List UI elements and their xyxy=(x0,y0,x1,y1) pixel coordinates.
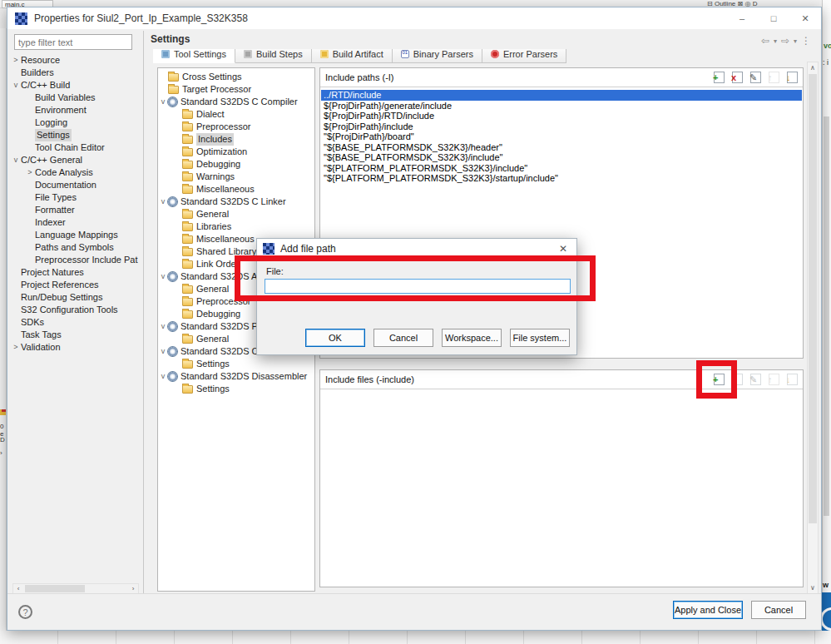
tool-tree-item[interactable]: Includes xyxy=(158,133,314,146)
file-path-input[interactable] xyxy=(265,279,571,294)
sidebar-item[interactable]: Language Mappings xyxy=(11,229,142,241)
include-path-row[interactable]: "${BASE_PLATFORMSDK_S32K3}/include" xyxy=(321,152,802,163)
sidebar-item[interactable]: Indexer xyxy=(11,216,142,229)
tree-expander-icon[interactable]: > xyxy=(25,166,35,179)
tree-expander-icon[interactable] xyxy=(11,279,21,291)
background-editor-scrollbar[interactable] xyxy=(824,116,829,516)
apply-and-close-button[interactable]: Apply and Close xyxy=(673,601,743,619)
tree-expander-icon[interactable] xyxy=(11,329,21,341)
forward-arrow-icon[interactable]: ⇨ xyxy=(781,35,789,47)
toolbar-icon[interactable] xyxy=(787,374,798,385)
tool-tree-item[interactable]: General xyxy=(158,208,314,220)
maximize-button[interactable]: □ xyxy=(758,7,789,29)
tree-expander-icon[interactable] xyxy=(25,216,35,229)
toolbar-icon[interactable] xyxy=(769,374,779,385)
sidebar-item[interactable]: S32 Configuration Tools xyxy=(11,304,142,316)
tool-tree-item[interactable]: Cross Settings xyxy=(158,71,314,83)
toolbar-icon[interactable] xyxy=(714,374,725,385)
toolbar-icon[interactable] xyxy=(732,374,743,385)
settings-tab[interactable]: Build Artifact xyxy=(312,49,393,63)
settings-tab[interactable]: Binary Parsers xyxy=(393,49,482,63)
tree-expander-icon[interactable] xyxy=(25,204,35,216)
scrollbar-thumb[interactable] xyxy=(809,74,817,523)
dialog-close-icon[interactable]: ✕ xyxy=(556,243,571,255)
tree-expander-icon[interactable] xyxy=(25,104,35,116)
include-path-row[interactable]: "${ProjDirPath}/board" xyxy=(321,131,802,142)
settings-tab[interactable]: Tool Settings xyxy=(153,49,235,63)
ok-button[interactable]: OK xyxy=(305,329,365,347)
toolbar-icon[interactable] xyxy=(750,374,761,385)
toolbar-icon[interactable] xyxy=(732,72,743,83)
tree-expander-icon[interactable]: v xyxy=(158,370,168,383)
include-path-row[interactable]: "${PLATFORM_PLATFORMSDK_S32K3}/startup/i… xyxy=(321,173,802,184)
back-arrow-icon[interactable]: ⇦ xyxy=(761,35,769,47)
sidebar-item[interactable]: Project References xyxy=(11,279,142,291)
tool-tree-item[interactable]: Settings xyxy=(158,358,314,370)
sidebar-item[interactable]: Build Variables xyxy=(11,92,142,104)
toolbar-icon[interactable] xyxy=(750,72,761,83)
tool-tree-item[interactable]: v Standard S32DS Disassembler xyxy=(158,370,314,383)
tool-tree-item[interactable]: Optimization xyxy=(158,146,314,158)
tool-tree-item[interactable]: Libraries xyxy=(158,220,314,233)
sidebar-item[interactable]: > Resource xyxy=(11,54,142,67)
window-titlebar[interactable]: Properties for Siul2_Port_Ip_Example_S32… xyxy=(7,7,821,29)
tree-expander-icon[interactable] xyxy=(25,141,35,154)
view-menu-icon[interactable]: ⋮ xyxy=(801,35,811,47)
sidebar-item[interactable]: Paths and Symbols xyxy=(11,241,142,254)
include-path-row[interactable]: ../RTD/include xyxy=(321,90,802,101)
tool-tree-item[interactable]: Warnings xyxy=(158,171,314,183)
tool-tree-item[interactable]: v Standard S32DS C Linker xyxy=(158,196,314,208)
sidebar-item[interactable]: > Code Analysis xyxy=(11,166,142,179)
tool-tree-item[interactable]: Debugging xyxy=(158,158,314,171)
file-system-button[interactable]: File system... xyxy=(510,329,570,347)
tree-expander-icon[interactable]: v xyxy=(158,345,168,358)
include-path-row[interactable]: ${ProjDirPath}/include xyxy=(321,121,802,132)
close-button[interactable]: ✕ xyxy=(789,7,821,29)
tree-expander-icon[interactable]: v xyxy=(11,79,21,92)
tree-expander-icon[interactable] xyxy=(11,67,21,79)
footer-cancel-button[interactable]: Cancel xyxy=(751,601,806,619)
tree-expander-icon[interactable] xyxy=(25,179,35,191)
tree-expander-icon[interactable]: v xyxy=(158,96,168,108)
tool-tree-item[interactable]: Miscellaneous xyxy=(158,183,314,196)
tool-tree-item[interactable]: Dialect xyxy=(158,108,314,121)
sidebar-item[interactable]: > Validation xyxy=(11,341,142,354)
toolbar-icon[interactable] xyxy=(769,72,779,83)
sidebar-item[interactable]: Tool Chain Editor xyxy=(11,141,142,154)
sidebar-item[interactable]: SDKs xyxy=(11,316,142,329)
minimize-button[interactable]: – xyxy=(726,7,758,29)
tree-expander-icon[interactable] xyxy=(25,129,35,141)
toolbar-icon[interactable] xyxy=(787,72,798,83)
sidebar-item[interactable]: Preprocessor Include Pat xyxy=(11,254,142,266)
sidebar-item[interactable]: v C/C++ Build xyxy=(11,79,142,92)
tree-expander-icon[interactable] xyxy=(25,92,35,104)
filter-input[interactable] xyxy=(14,34,132,50)
settings-tab[interactable]: Build Steps xyxy=(235,49,312,63)
sidebar-item[interactable]: Documentation xyxy=(11,179,142,191)
tool-tree-item[interactable]: Settings xyxy=(158,383,314,395)
tree-expander-icon[interactable] xyxy=(25,191,35,204)
sidebar-item[interactable]: Project Natures xyxy=(11,266,142,279)
include-path-row[interactable]: ${ProjDirPath}/generate/include xyxy=(321,101,802,111)
tree-expander-icon[interactable] xyxy=(25,116,35,129)
forward-dropdown-icon[interactable]: ▾ xyxy=(794,37,797,45)
tree-expander-icon[interactable] xyxy=(11,304,21,316)
sidebar-item[interactable]: Task Tags xyxy=(11,329,142,341)
scroll-left-icon[interactable]: ‹ xyxy=(13,584,23,593)
sidebar-item[interactable]: Settings xyxy=(11,129,142,141)
sidebar-item[interactable]: Environment xyxy=(11,104,142,116)
tree-expander-icon[interactable]: v xyxy=(158,320,168,333)
include-path-row[interactable]: ${ProjDirPath}/RTD/include xyxy=(321,111,802,121)
tool-tree-item[interactable]: Target Processor xyxy=(158,83,314,96)
tree-expander-icon[interactable]: > xyxy=(11,341,21,354)
back-dropdown-icon[interactable]: ▾ xyxy=(774,37,777,45)
scroll-up-icon[interactable]: ∧ xyxy=(808,62,818,73)
tree-expander-icon[interactable] xyxy=(11,316,21,329)
include-path-row[interactable]: "${PLATFORM_PLATFORMSDK_S32K3}/include" xyxy=(321,163,802,174)
sidebar-item[interactable]: Formatter xyxy=(11,204,142,216)
cancel-button[interactable]: Cancel xyxy=(373,329,433,347)
tree-expander-icon[interactable] xyxy=(25,241,35,254)
tree-expander-icon[interactable]: > xyxy=(11,54,21,67)
sidebar-item[interactable]: Builders xyxy=(11,67,142,79)
tree-expander-icon[interactable] xyxy=(11,291,21,304)
